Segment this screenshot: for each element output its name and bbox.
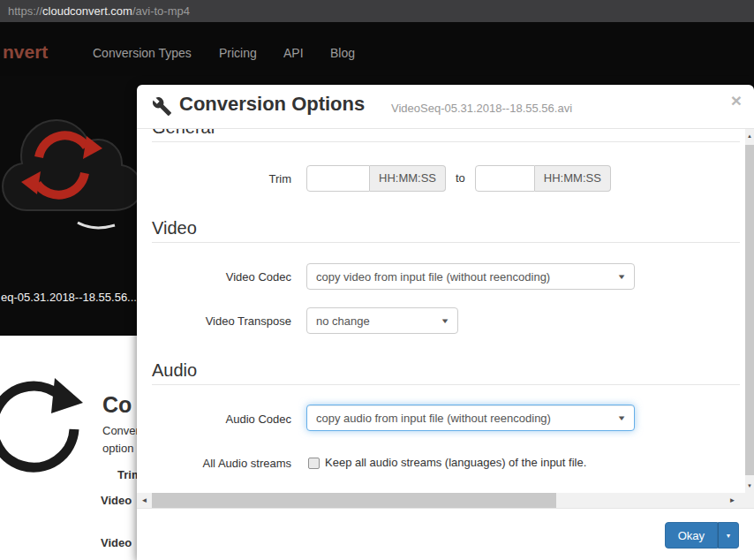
keep-audio-streams-text: Keep all audio streams (languages) of th… (325, 456, 586, 469)
background-panel-desc-2: option (102, 442, 133, 455)
cloudconvert-logo-icon (0, 81, 143, 258)
caret-down-icon: ▼ (726, 533, 732, 539)
scroll-down-icon[interactable]: ▼ (745, 479, 754, 493)
nav-item-blog[interactable]: Blog (330, 46, 355, 60)
close-icon[interactable]: × (731, 91, 742, 110)
scroll-right-icon[interactable]: ► (725, 493, 740, 508)
video-transpose-select[interactable]: no change ▼ (306, 307, 458, 334)
okay-dropdown-toggle[interactable]: ▼ (718, 522, 739, 549)
browser-address-bar[interactable]: https://cloudconvert.com/avi-to-mp4 (0, 0, 754, 22)
conversion-options-modal: Conversion Options VideoSeq-05.31.2018--… (137, 85, 754, 560)
vertical-scroll-thumb[interactable] (745, 145, 754, 475)
video-codec-label: Video Codec (137, 270, 291, 284)
all-audio-streams-label: All Audio streams (137, 457, 291, 470)
vertical-scroll-track[interactable] (745, 143, 754, 479)
navbar-brand[interactable]: nvert (3, 42, 48, 63)
modal-header: Conversion Options VideoSeq-05.31.2018--… (137, 85, 754, 129)
scrollbar-corner (740, 493, 754, 508)
modal-body: General Trim HH:MM:SS to HH:MM:SS Video … (137, 129, 745, 493)
chevron-down-icon: ▼ (616, 414, 626, 422)
horizontal-scroll-track[interactable] (152, 493, 725, 508)
scroll-left-icon[interactable]: ◄ (137, 493, 152, 508)
background-video-label-1: Video (101, 494, 132, 507)
trim-separator: to (456, 165, 465, 192)
video-transpose-value: no change (316, 314, 434, 328)
url-path: /avi-to-mp4 (132, 4, 190, 18)
section-heading-general: General (152, 129, 740, 142)
scroll-up-icon[interactable]: ▲ (745, 129, 754, 143)
vertical-scrollbar[interactable]: ▲ ▼ (745, 129, 754, 493)
navbar: nvert Conversion Types Pricing API Blog (0, 22, 754, 76)
trim-start-input[interactable] (306, 165, 370, 192)
screen: https://cloudconvert.com/avi-to-mp4 nver… (0, 0, 754, 560)
background-panel-heading: Co (102, 392, 132, 418)
nav-item-pricing[interactable]: Pricing (219, 46, 257, 60)
okay-button-group: Okay ▼ (665, 522, 739, 549)
video-transpose-label: Video Transpose (137, 314, 291, 328)
horizontal-scroll-thumb[interactable] (152, 493, 556, 508)
trim-label: Trim (137, 172, 291, 185)
nav-item-conversion-types[interactable]: Conversion Types (93, 46, 192, 60)
chevron-down-icon: ▼ (440, 317, 449, 325)
convert-arrow-icon (0, 367, 85, 482)
background-video-label-2: Video (101, 536, 132, 549)
modal-subtitle: VideoSeq-05.31.2018--18.55.56.avi (391, 102, 572, 115)
nav-item-api[interactable]: API (283, 46, 304, 60)
trim-inputs: HH:MM:SS to HH:MM:SS (306, 165, 611, 192)
url-scheme: https:// (8, 4, 42, 18)
trim-end-input[interactable] (475, 165, 535, 192)
background-filename: eq-05.31.2018--18.55.56... (1, 291, 137, 304)
audio-codec-label: Audio Codec (137, 412, 291, 426)
wrench-icon (152, 96, 172, 117)
modal-title: Conversion Options (179, 93, 365, 116)
section-heading-video: Video (152, 217, 740, 243)
video-codec-select[interactable]: copy video from input file (without reen… (306, 263, 635, 290)
url-host: cloudconvert.com (42, 4, 132, 18)
chevron-down-icon: ▼ (616, 273, 626, 281)
keep-audio-streams-checkbox[interactable] (308, 458, 320, 469)
trim-end-addon: HH:MM:SS (535, 165, 611, 192)
audio-codec-value: copy audio from input file (without reen… (316, 412, 611, 425)
horizontal-scrollbar[interactable]: ◄ ► (137, 493, 740, 508)
audio-codec-select[interactable]: copy audio from input file (without reen… (306, 405, 635, 431)
okay-button[interactable]: Okay (665, 522, 718, 549)
section-heading-audio: Audio (152, 359, 740, 385)
modal-footer: Okay ▼ (137, 508, 754, 560)
background-panel-desc-1: Conver (102, 424, 139, 437)
trim-start-addon: HH:MM:SS (370, 165, 446, 192)
video-codec-value: copy video from input file (without reen… (316, 270, 611, 284)
